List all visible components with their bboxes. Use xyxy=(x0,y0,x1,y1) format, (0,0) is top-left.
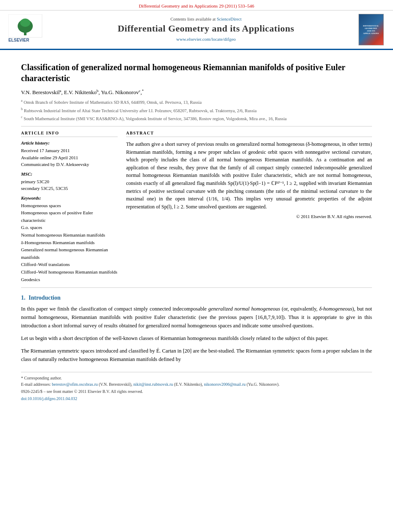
affiliations: a Omsk Branch of Sobolev Institute of Ma… xyxy=(21,98,372,122)
available-date: Available online 29 April 2011 xyxy=(21,154,118,161)
issn-line: 0926-2245/$ – see front matter © 2011 El… xyxy=(21,388,372,395)
keyword-1: Homogeneous spaces of positive Euler cha… xyxy=(21,209,118,224)
elsevier-logo-svg: ELSEVIER xyxy=(8,14,55,44)
section1-title: Introduction xyxy=(29,295,61,301)
header-divider xyxy=(21,126,372,126)
section1-para1: In this paper we finish the classificati… xyxy=(21,305,372,330)
keyword-0: Homogeneous spaces xyxy=(21,202,118,210)
abstract-label: ABSTRACT xyxy=(126,131,372,137)
journal-top-bar: Differential Geometry and its Applicatio… xyxy=(0,0,393,11)
communicated-by: Communicated by D.V. Alekseevsky xyxy=(21,161,118,168)
article-info-column: ARTICLE INFO Article history: Received 1… xyxy=(21,131,118,283)
sciencedirect-link[interactable]: ScienceDirect xyxy=(217,17,242,21)
corresponding-label: * Corresponding author. xyxy=(21,375,372,381)
email2-author: (E.V. Nikitenko), xyxy=(174,382,203,387)
keyword-4: δ-Homogeneous Riemannian manifolds xyxy=(21,239,118,247)
keyword-3: Normal homogeneous Riemannian manifolds xyxy=(21,232,118,239)
email3-link[interactable]: nikonorov2006@mail.ru xyxy=(204,382,245,387)
emails-label: E-mail addresses: xyxy=(21,382,51,387)
email3-author: (Yu.G. Nikonorov). xyxy=(247,382,280,387)
authors: V.N. Berestovskiĭa, E.V. Nikitenkob, Yu.… xyxy=(21,89,372,96)
email1-link[interactable]: berestov@ofim.oscsbras.ru xyxy=(52,382,98,387)
msc-secondary: secondary 53C25, 53C35 xyxy=(21,185,118,192)
msc-primary: primary 53C20 xyxy=(21,178,118,185)
keyword-5: Generalized normal homogeneous Riemannia… xyxy=(21,246,118,261)
keyword-2: G.o. spaces xyxy=(21,224,118,232)
svg-point-3 xyxy=(20,18,30,27)
authors-text: V.N. Berestovskiĭa, E.V. Nikitenkob, Yu.… xyxy=(21,89,144,95)
journal-url: www.elsevier.com/locate/difgeo xyxy=(55,36,357,42)
doi-line: doi:10.1016/j.difgeo.2011.04.032 xyxy=(21,395,372,402)
abstract-copyright: © 2011 Elsevier B.V. All rights reserved… xyxy=(126,214,372,219)
section1-para3: The Riemannian symmetric spaces introduc… xyxy=(21,347,372,363)
keywords-label: Keywords: xyxy=(21,195,118,200)
journal-header: ELSEVIER Contents lists available at Sci… xyxy=(0,11,393,50)
journal-url-link[interactable]: www.elsevier.com/locate/difgeo xyxy=(176,37,236,42)
cover-title-text: DIFFERENTIAL GEOMETRY AND ITS APPLICATIO… xyxy=(363,25,379,35)
article-title: Classification of generalized normal hom… xyxy=(21,62,372,84)
keyword-6: Clifford–Wolf translations xyxy=(21,261,118,269)
affiliation-b: b Rubtsovsk Industrial Institute of Alta… xyxy=(21,107,372,114)
section1-para2: Let us begin with a short description of… xyxy=(21,334,372,342)
article-body: Classification of generalized normal hom… xyxy=(0,50,393,410)
affiliation-a: a Omsk Branch of Sobolev Institute of Ma… xyxy=(21,98,372,105)
history-content: Received 17 January 2011 Available onlin… xyxy=(21,147,118,168)
abstract-column: ABSTRACT The authors give a short survey… xyxy=(126,131,372,283)
history-label: Article history: xyxy=(21,140,118,145)
elsevier-logo: ELSEVIER xyxy=(8,14,55,45)
section-divider xyxy=(21,287,372,288)
doi-link[interactable]: doi:10.1016/j.difgeo.2011.04.032 xyxy=(21,396,77,401)
journal-main-title: Differential Geometry and its Applicatio… xyxy=(55,23,357,34)
affiliation-c: c South Mathematical Institute (SMI VSC … xyxy=(21,115,372,122)
footnotes: * Corresponding author. E-mail addresses… xyxy=(21,372,372,402)
cover-image: DIFFERENTIAL GEOMETRY AND ITS APPLICATIO… xyxy=(357,14,385,45)
msc-label: MSC: xyxy=(21,171,118,176)
received-date: Received 17 January 2011 xyxy=(21,147,118,154)
journal-title-block: Contents lists available at ScienceDirec… xyxy=(55,17,357,42)
section1-heading: 1. Introduction xyxy=(21,295,372,301)
section1-num: 1. xyxy=(21,295,26,301)
article-info-label: ARTICLE INFO xyxy=(21,131,118,137)
keyword-8: Geodesics xyxy=(21,276,118,284)
msc-content: primary 53C20 secondary 53C25, 53C35 xyxy=(21,178,118,192)
journal-reference-link[interactable]: Differential Geometry and its Applicatio… xyxy=(139,3,254,8)
abstract-text: The authors give a short survey of previ… xyxy=(126,140,372,211)
info-abstract-columns: ARTICLE INFO Article history: Received 1… xyxy=(21,131,372,283)
email2-link[interactable]: nikit@inst.rubtsovsk.ru xyxy=(133,382,173,387)
svg-text:ELSEVIER: ELSEVIER xyxy=(8,38,29,42)
cover-box: DIFFERENTIAL GEOMETRY AND ITS APPLICATIO… xyxy=(359,14,384,45)
keywords-list: Homogeneous spaces Homogeneous spaces of… xyxy=(21,202,118,284)
email-addresses: E-mail addresses: berestov@ofim.oscsbras… xyxy=(21,381,372,387)
email1-author: (V.N. Berestovskiĭ), xyxy=(99,382,132,387)
contents-line: Contents lists available at ScienceDirec… xyxy=(55,17,357,21)
keyword-7: Clifford–Wolf homogeneous Riemannian man… xyxy=(21,269,118,276)
